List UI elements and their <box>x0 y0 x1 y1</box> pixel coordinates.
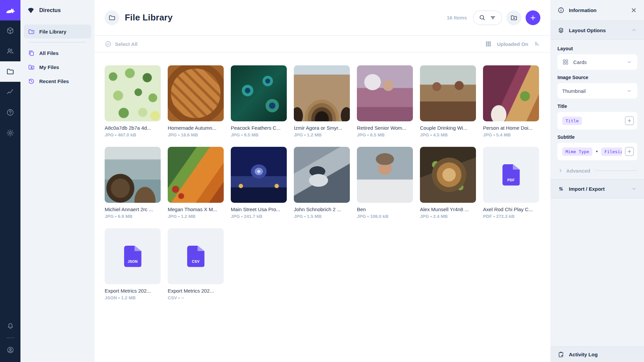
advanced-toggle[interactable]: Advanced <box>557 168 637 174</box>
file-meta: JPG • 9.5 MB <box>231 132 287 137</box>
layout-options-section-header[interactable]: Layout Options <box>551 20 644 40</box>
file-image-thumbnail[interactable] <box>483 65 539 121</box>
title-field[interactable]: Title <box>557 112 637 129</box>
sidebar-item-my-files[interactable]: My Files <box>24 60 91 74</box>
search-bar[interactable] <box>473 10 502 25</box>
plus-icon <box>627 149 632 155</box>
file-image-thumbnail[interactable] <box>105 147 161 203</box>
file-type-thumbnail[interactable]: CSV <box>168 228 224 284</box>
close-icon <box>630 7 637 14</box>
toolbar-right: Uploaded On <box>485 41 540 47</box>
insights-icon <box>6 88 14 96</box>
module-insights[interactable] <box>0 82 20 102</box>
file-card[interactable]: Michiel Annaert 2rc ...JPG • 6.9 MB <box>105 147 161 219</box>
file-image-thumbnail[interactable] <box>231 65 287 121</box>
image-source-select[interactable]: Thumbnail <box>557 83 637 99</box>
add-subtitle-field-button[interactable] <box>625 147 634 156</box>
file-image-thumbnail[interactable] <box>168 147 224 203</box>
file-card[interactable]: Retired Senior Wom...JPG • 6.5 MB <box>357 65 413 137</box>
file-card[interactable]: Person at Home Doi...JPG • 5.4 MB <box>483 65 539 137</box>
sidebar-item-all-files[interactable]: All Files <box>24 46 91 60</box>
project-header[interactable]: Directus <box>20 0 95 20</box>
file-image-thumbnail[interactable] <box>168 65 224 121</box>
user-avatar-icon <box>6 346 14 354</box>
import-export-section-header[interactable]: Import / Export <box>551 179 644 198</box>
module-content[interactable] <box>0 20 20 41</box>
new-folder-button[interactable] <box>506 10 521 25</box>
file-card[interactable]: Peacock Feathers C...JPG • 9.5 MB <box>231 65 287 137</box>
activity-log-button[interactable]: Activity Log <box>551 346 644 362</box>
file-image-thumbnail[interactable] <box>231 147 287 203</box>
subtitle-field[interactable]: Mime Type • Filesize <box>557 143 637 160</box>
add-title-field-button[interactable] <box>625 116 634 125</box>
select-all-button[interactable]: Select All <box>105 41 138 48</box>
file-title: Person at Home Doi... <box>483 125 539 131</box>
directus-rabbit-logo[interactable] <box>0 0 20 20</box>
file-image-thumbnail[interactable] <box>294 147 350 203</box>
sort-field-button[interactable]: Uploaded On <box>497 41 528 47</box>
sidebar-item-recent-files[interactable]: Recent Files <box>24 74 91 88</box>
file-card[interactable]: Main Street Usa Pro...JPG • 241.7 kB <box>231 147 287 219</box>
sort-descending-icon <box>534 41 540 47</box>
add-file-button[interactable] <box>526 10 540 25</box>
field-chip[interactable]: Mime Type <box>562 147 592 156</box>
file-card[interactable]: John Schnobrich 2 ...JPG • 1.5 MB <box>294 147 350 219</box>
module-bar-divider <box>6 338 15 338</box>
file-type-thumbnail[interactable]: JSON <box>105 228 161 284</box>
file-card[interactable]: Alex Munsell Yr4n8 ...JPG • 2.4 MB <box>420 147 476 219</box>
file-meta: CSV • -- <box>168 295 224 300</box>
layout-options-label: Layout Options <box>569 27 626 33</box>
file-card[interactable]: A8c0a7db 2b7a 4d...JPG • 467.0 kB <box>105 65 161 137</box>
file-title: Export Metrics 202... <box>105 288 161 294</box>
field-chip[interactable]: Filesize <box>601 147 622 156</box>
file-meta: JPG • 1.5 MB <box>294 214 350 219</box>
file-card[interactable]: CSVExport Metrics 202...CSV • -- <box>168 228 224 300</box>
file-meta: JPG • 18.6 MB <box>168 132 224 137</box>
field-chip[interactable]: Title <box>562 117 582 125</box>
file-image-thumbnail[interactable] <box>420 65 476 121</box>
image-source-field-label: Image Source <box>557 75 637 80</box>
history-icon <box>28 78 35 85</box>
folder-badge[interactable] <box>105 10 119 25</box>
file-image-thumbnail[interactable] <box>294 65 350 121</box>
file-card[interactable]: Couple Drinking Wi...JPG • 4.5 MB <box>420 65 476 137</box>
plus-icon <box>627 118 632 124</box>
file-card[interactable]: BenJPG • 108.0 kB <box>357 147 413 219</box>
close-panel-button[interactable] <box>630 7 637 14</box>
folder-star-icon <box>28 28 35 35</box>
file-card[interactable]: Homemade Autumn...JPG • 18.6 MB <box>168 65 224 137</box>
module-user-directory[interactable] <box>0 41 20 61</box>
document-icon: PDF <box>502 164 520 186</box>
file-meta: JPG • 5.4 MB <box>483 132 539 137</box>
module-settings[interactable] <box>0 123 20 143</box>
file-card[interactable]: Izmir Agora or Smyr...JPG • 1.2 MB <box>294 65 350 137</box>
file-meta: JPG • 6.9 MB <box>105 214 161 219</box>
file-title: Megan Thomas X M... <box>168 206 224 212</box>
file-image-thumbnail[interactable] <box>105 65 161 121</box>
check-circle-icon <box>105 41 112 48</box>
help-icon <box>6 108 14 117</box>
file-title: Alex Munsell Yr4n8 ... <box>420 206 476 212</box>
user-menu-button[interactable] <box>0 340 20 360</box>
file-card[interactable]: Megan Thomas X M...JPG • 1.2 MB <box>168 147 224 219</box>
module-bar-bottom <box>0 316 20 362</box>
file-type-thumbnail[interactable]: PDF <box>483 147 539 203</box>
search-icon[interactable] <box>479 14 486 21</box>
item-count: 16 Items <box>447 15 467 20</box>
file-card[interactable]: JSONExport Metrics 202...JSON • 1.2 MB <box>105 228 161 300</box>
file-image-thumbnail[interactable] <box>357 147 413 203</box>
module-help[interactable] <box>0 102 20 123</box>
file-title: Izmir Agora or Smyr... <box>294 125 350 131</box>
sidebar-item-file-library[interactable]: File Library <box>24 24 91 39</box>
file-image-thumbnail[interactable] <box>420 147 476 203</box>
project-fan-icon <box>27 6 35 14</box>
file-image-thumbnail[interactable] <box>357 65 413 121</box>
filter-icon[interactable] <box>489 14 496 21</box>
module-file-library[interactable] <box>0 61 20 82</box>
sort-direction-button[interactable] <box>534 41 540 47</box>
file-title: Peacock Feathers C... <box>231 125 287 131</box>
card-size-grid-button[interactable] <box>485 41 492 47</box>
layout-select[interactable]: Cards <box>557 54 637 70</box>
notifications-button[interactable] <box>0 316 20 336</box>
file-card[interactable]: PDFAxel Rod Chi Play C...PDF • 272.3 kB <box>483 147 539 219</box>
